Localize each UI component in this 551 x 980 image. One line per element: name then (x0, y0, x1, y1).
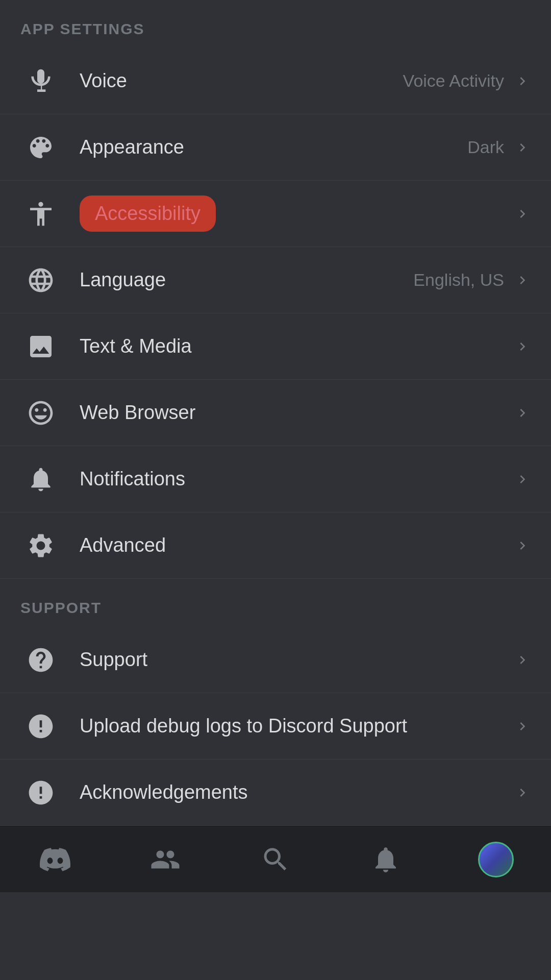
support-section-header: SUPPORT (0, 579, 551, 627)
voice-label: Voice (80, 70, 403, 92)
notifications-item[interactable]: Notifications (0, 446, 551, 512)
support-item[interactable]: Support (0, 627, 551, 693)
accessibility-chevron (514, 206, 531, 222)
debug-logs-chevron (514, 718, 531, 734)
web-browser-chevron (514, 405, 531, 421)
advanced-chevron (514, 537, 531, 554)
text-media-chevron (514, 338, 531, 355)
appearance-item[interactable]: Appearance Dark (0, 114, 551, 181)
friends-icon (150, 844, 181, 875)
language-item[interactable]: Language English, US (0, 247, 551, 313)
text-media-item[interactable]: Text & Media (0, 313, 551, 380)
app-settings-header: APP SETTINGS (0, 0, 551, 48)
support-list: Support Upload debug logs to Discord Sup… (0, 627, 551, 826)
appearance-label: Appearance (80, 136, 467, 158)
accessibility-icon (20, 193, 61, 234)
acknowledgements-item[interactable]: Acknowledgements (0, 760, 551, 826)
support-icon (20, 640, 61, 680)
settings-list: Voice Voice Activity Appearance Dark (0, 48, 551, 579)
bottom-nav (0, 826, 551, 892)
nav-home[interactable] (14, 826, 96, 892)
text-media-icon (20, 326, 61, 367)
debug-logs-label: Upload debug logs to Discord Support (80, 715, 514, 737)
language-label: Language (80, 269, 413, 291)
voice-value: Voice Activity (403, 71, 504, 91)
voice-icon (20, 61, 61, 102)
accessibility-highlight: Accessibility (80, 195, 216, 232)
voice-chevron (514, 73, 531, 89)
language-chevron (514, 272, 531, 288)
bell-icon (370, 844, 401, 875)
debug-logs-icon (20, 706, 61, 747)
voice-item[interactable]: Voice Voice Activity (0, 48, 551, 114)
language-value: English, US (413, 270, 504, 290)
nav-friends[interactable] (124, 826, 206, 892)
advanced-icon (20, 525, 61, 566)
acknowledgements-label: Acknowledgements (80, 781, 514, 803)
notifications-chevron (514, 471, 531, 487)
nav-search[interactable] (235, 826, 316, 892)
web-browser-label: Web Browser (80, 402, 504, 424)
nav-profile[interactable] (455, 826, 537, 892)
web-browser-item[interactable]: Web Browser (0, 380, 551, 446)
appearance-value: Dark (467, 137, 504, 157)
search-icon (260, 844, 291, 875)
home-icon (40, 844, 70, 875)
user-avatar (478, 842, 514, 877)
advanced-label: Advanced (80, 534, 504, 556)
notifications-icon (20, 459, 61, 500)
settings-container: APP SETTINGS Voice Voice Activity Appear… (0, 0, 551, 826)
appearance-chevron (514, 139, 531, 156)
appearance-icon (20, 127, 61, 168)
debug-logs-item[interactable]: Upload debug logs to Discord Support (0, 693, 551, 760)
accessibility-highlight-wrapper: Accessibility (80, 195, 514, 232)
accessibility-label: Accessibility (95, 203, 201, 224)
nav-notifications[interactable] (345, 826, 427, 892)
support-chevron (514, 652, 531, 668)
acknowledgements-chevron (514, 785, 531, 801)
advanced-item[interactable]: Advanced (0, 512, 551, 579)
text-media-label: Text & Media (80, 335, 504, 357)
language-icon (20, 260, 61, 301)
support-label: Support (80, 649, 514, 671)
acknowledgements-icon (20, 772, 61, 813)
notifications-label: Notifications (80, 468, 504, 490)
web-browser-icon (20, 393, 61, 433)
accessibility-item[interactable]: Accessibility (0, 181, 551, 247)
